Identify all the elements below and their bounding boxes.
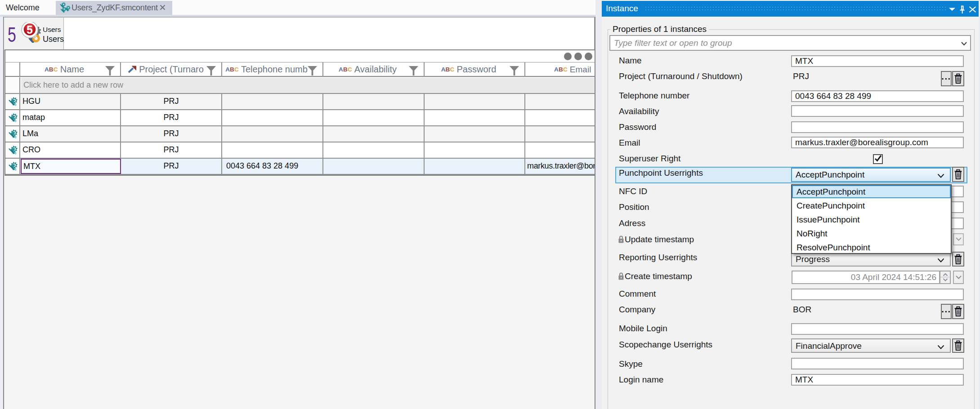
svg-text:5: 5 (27, 23, 33, 36)
